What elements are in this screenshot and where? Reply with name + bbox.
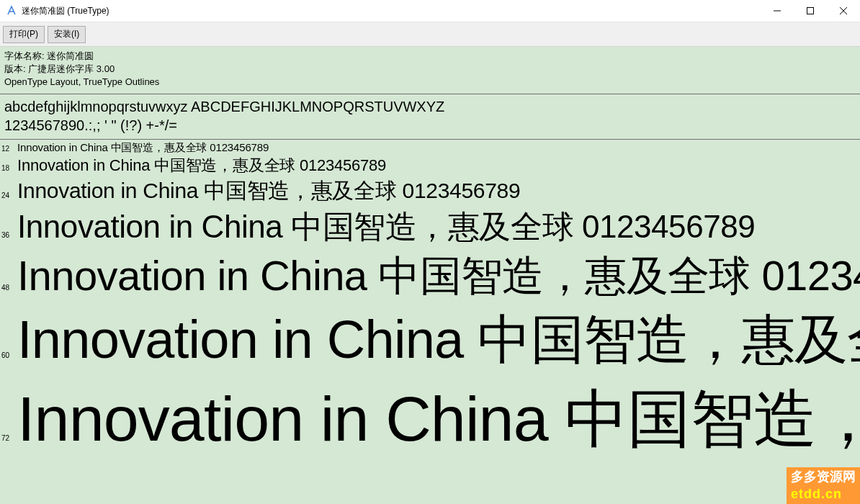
svg-rect-1 [807, 8, 814, 14]
window-title: 迷你简准圆 (TrueType) [22, 5, 761, 17]
sample-row: 60Innovation in China 中国智造，惠及全球 01234567… [0, 305, 860, 377]
sample-size-label: 36 [1, 231, 17, 239]
sample-text: Innovation in China 中国智造，惠及全球 0123456789 [17, 176, 520, 206]
install-button[interactable]: 安装(I) [48, 26, 86, 43]
print-button[interactable]: 打印(P) [3, 26, 45, 43]
sample-text: Innovation in China 中国智造，惠及全球 0123456789 [17, 155, 386, 176]
titlebar: 迷你简准圆 (TrueType) [0, 0, 860, 22]
maximize-button[interactable] [794, 0, 827, 22]
watermark-line2: etdd.cn [791, 486, 856, 503]
sample-row: 36Innovation in China 中国智造，惠及全球 01234567… [0, 206, 860, 248]
charset-lowercase-uppercase: abcdefghijklmnopqrstuvwxyz ABCDEFGHIJKLM… [4, 97, 856, 116]
charset-numbers-symbols: 1234567890.:,; ' " (!?) +-*/= [4, 116, 856, 135]
font-name-line: 字体名称: 迷你简准圆 [4, 50, 856, 63]
font-preview-content: 字体名称: 迷你简准圆 版本: 广捷居迷你字库 3.00 OpenType La… [0, 47, 860, 504]
sample-row: 18Innovation in China 中国智造，惠及全球 01234567… [0, 155, 860, 176]
sample-size-label: 24 [1, 192, 17, 199]
sample-text: Innovation in China 中国智造，惠及全球 0123456789 [17, 206, 755, 248]
font-version-line: 版本: 广捷居迷你字库 3.00 [4, 63, 856, 76]
watermark: 多多资源网 etdd.cn [787, 467, 860, 504]
sample-size-label: 48 [1, 284, 17, 292]
minimize-button[interactable] [761, 0, 794, 22]
font-layout-line: OpenType Layout, TrueType Outlines [4, 76, 856, 89]
sample-text: Innovation in China 中国智造，惠及全球 0123456789 [17, 248, 860, 305]
sample-rows: 12Innovation in China 中国智造，惠及全球 01234567… [0, 140, 860, 462]
sample-row: 72Innovation in China 中国智造，惠及全球 01234567… [0, 377, 860, 462]
window-controls [761, 0, 860, 22]
sample-row: 12Innovation in China 中国智造，惠及全球 01234567… [0, 141, 860, 155]
sample-size-label: 18 [1, 164, 17, 172]
watermark-line1: 多多资源网 [791, 469, 856, 485]
font-info-block: 字体名称: 迷你简准圆 版本: 广捷居迷你字库 3.00 OpenType La… [0, 47, 860, 94]
font-app-icon [6, 5, 17, 17]
sample-size-label: 72 [1, 434, 17, 442]
sample-text: Innovation in China 中国智造，惠及全球 0123456789 [17, 305, 860, 377]
sample-text: Innovation in China 中国智造，惠及全球 0123456789 [17, 141, 269, 155]
sample-text: Innovation in China 中国智造，惠及全球 0123456789 [17, 377, 860, 462]
close-button[interactable] [827, 0, 860, 22]
sample-size-label: 60 [1, 351, 17, 359]
sample-size-label: 12 [1, 145, 17, 153]
toolbar: 打印(P) 安装(I) [0, 22, 860, 47]
sample-row: 24Innovation in China 中国智造，惠及全球 01234567… [0, 176, 860, 206]
charset-block: abcdefghijklmnopqrstuvwxyz ABCDEFGHIJKLM… [0, 94, 860, 140]
sample-row: 48Innovation in China 中国智造，惠及全球 01234567… [0, 248, 860, 305]
